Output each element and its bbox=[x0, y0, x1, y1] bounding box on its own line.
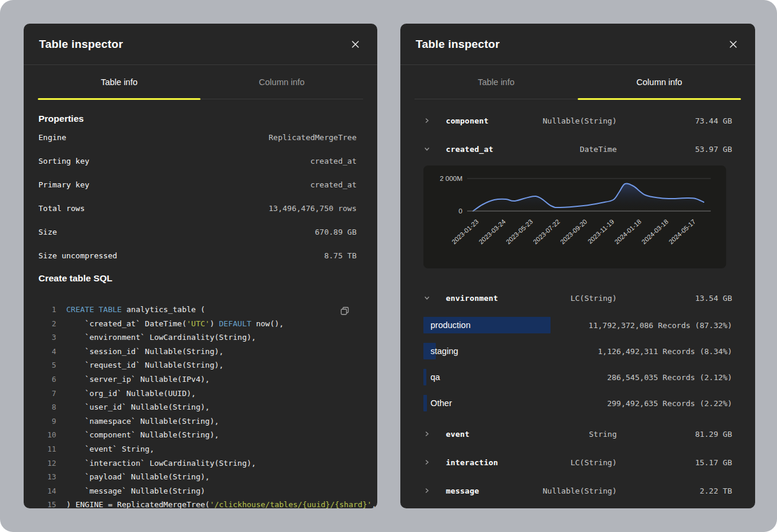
chevron-right-icon bbox=[423, 459, 430, 465]
property-value: created_at bbox=[310, 157, 357, 166]
modal-title: Table inspector bbox=[39, 38, 123, 51]
tab-column-info[interactable]: Column info bbox=[578, 65, 741, 99]
column-type: LC(String) bbox=[528, 458, 617, 467]
area-fill bbox=[473, 183, 704, 211]
line-number: 2 bbox=[38, 317, 56, 331]
value-bar bbox=[423, 395, 427, 411]
property-value: ReplicatedMergeTree bbox=[268, 133, 357, 142]
property-label: Size uncompressed bbox=[38, 251, 117, 260]
property-label: Primary key bbox=[38, 180, 89, 189]
column-size: 53.97 GB bbox=[617, 145, 732, 154]
close-icon bbox=[351, 40, 360, 48]
sql-line-text: `created_at` DateTime('UTC') DEFAULT now… bbox=[66, 317, 284, 331]
tab-label: Column info bbox=[636, 77, 682, 87]
line-number: 12 bbox=[38, 456, 56, 471]
sql-line: 14 `message` Nullable(String) bbox=[38, 484, 357, 498]
sql-line-text: `session_id` Nullable(String), bbox=[66, 345, 224, 359]
column-type: LC(String) bbox=[528, 294, 617, 303]
column-name: component bbox=[446, 116, 528, 125]
column-row[interactable]: interaction LC(String) 15.17 GB bbox=[423, 448, 732, 476]
column-row[interactable]: created_at DateTime 53.97 GB bbox=[423, 135, 732, 163]
sql-line-text: `server_ip` Nullable(IPv4), bbox=[66, 372, 210, 387]
table-inspector-modal-right: Table inspector Table info Column info c… bbox=[400, 24, 755, 508]
line-number: 14 bbox=[38, 484, 56, 498]
sql-line: 8 `user_id` Nullable(String), bbox=[38, 400, 357, 414]
sql-line-text: `component` Nullable(String), bbox=[66, 428, 219, 442]
line-number: 5 bbox=[38, 358, 56, 372]
column-type: DateTime bbox=[528, 145, 617, 154]
column-size: 13.54 GB bbox=[617, 294, 732, 303]
chevron-right-icon bbox=[423, 118, 430, 124]
column-name: created_at bbox=[446, 145, 528, 154]
create-table-sql-heading: Create table SQL bbox=[38, 273, 357, 284]
sql-line-text: ) ENGINE = ReplicatedMergeTree('/clickho… bbox=[66, 498, 376, 508]
column-row[interactable]: component Nullable(String) 73.44 GB bbox=[423, 106, 732, 135]
sql-line-text: `interaction` LowCardinality(String), bbox=[66, 456, 256, 471]
x-tick-label: 2023-01-23 bbox=[450, 218, 480, 246]
sql-line-text: `environment` LowCardinality(String), bbox=[66, 330, 256, 345]
tab-strip: Table info Column info bbox=[415, 65, 741, 99]
line-number: 8 bbox=[38, 400, 56, 414]
column-row[interactable]: event String 81.29 GB bbox=[423, 420, 732, 448]
property-row: Primary key created_at bbox=[38, 173, 357, 196]
created-at-distribution-chart: 2 000M02023-01-232023-03-242023-05-23202… bbox=[423, 166, 726, 268]
property-row: Size 670.89 GB bbox=[38, 220, 357, 244]
tab-table-info[interactable]: Table info bbox=[38, 65, 200, 99]
value-label: production bbox=[430, 320, 471, 330]
value-row: qa 286,545,035 Records (2.12%) bbox=[423, 364, 732, 390]
column-size: 73.44 GB bbox=[617, 116, 732, 125]
property-value: 13,496,476,750 rows bbox=[268, 204, 357, 213]
column-type: Nullable(String) bbox=[528, 116, 617, 125]
line-number: 4 bbox=[38, 345, 56, 359]
tab-label: Table info bbox=[478, 77, 514, 87]
sql-line-text: `payload` Nullable(String), bbox=[66, 470, 210, 484]
property-row: Sorting key created_at bbox=[38, 149, 357, 173]
column-size: 81.29 GB bbox=[617, 430, 732, 439]
copy-button[interactable] bbox=[338, 304, 352, 318]
column-size: 15.17 GB bbox=[617, 458, 732, 467]
column-list: component Nullable(String) 73.44 GB crea… bbox=[400, 99, 755, 505]
sql-line: 6 `server_ip` Nullable(IPv4), bbox=[38, 372, 357, 387]
sql-line: 7 `org_id` Nullable(UUID), bbox=[38, 387, 357, 401]
property-row: Total rows 13,496,476,750 rows bbox=[38, 196, 357, 220]
y-tick-label: 2 000M bbox=[440, 175, 462, 182]
x-tick-label: 2024-01-18 bbox=[613, 218, 643, 246]
x-tick-label: 2023-03-24 bbox=[477, 218, 507, 246]
table-inspector-modal-left: Table inspector Table info Column info P… bbox=[24, 24, 377, 508]
property-label: Size bbox=[38, 228, 57, 236]
close-icon bbox=[729, 40, 737, 48]
column-type: Nullable(String) bbox=[528, 486, 617, 495]
line-number: 9 bbox=[38, 414, 56, 429]
line-number: 6 bbox=[38, 372, 56, 387]
value-row: Other 299,492,635 Records (2.22%) bbox=[423, 390, 732, 416]
modal-header: Table inspector bbox=[400, 24, 755, 65]
column-name: message bbox=[446, 486, 528, 495]
chevron-right-icon bbox=[423, 431, 430, 437]
chevron-down-icon bbox=[423, 295, 430, 301]
column-row[interactable]: environment LC(String) 13.54 GB bbox=[423, 284, 732, 312]
column-row[interactable]: message Nullable(String) 2.22 TB bbox=[423, 476, 732, 505]
properties-list: Engine ReplicatedMergeTree Sorting key c… bbox=[38, 125, 357, 267]
modal-header: Table inspector bbox=[24, 24, 377, 65]
modal-title: Table inspector bbox=[416, 38, 500, 51]
sql-line-text: CREATE TABLE analytics_table ( bbox=[66, 303, 205, 317]
close-button[interactable] bbox=[349, 38, 362, 51]
sql-line-text: `message` Nullable(String) bbox=[66, 484, 205, 498]
property-value: 8.75 TB bbox=[324, 251, 357, 260]
column-size: 2.22 TB bbox=[617, 486, 732, 495]
line-number: 10 bbox=[38, 428, 56, 442]
property-value: 670.89 GB bbox=[315, 228, 357, 236]
x-tick-label: 2024-03-18 bbox=[640, 218, 670, 246]
tab-column-info[interactable]: Column info bbox=[200, 65, 363, 99]
x-tick-label: 2023-07-22 bbox=[532, 218, 561, 246]
close-button[interactable] bbox=[727, 38, 740, 51]
sql-line: 10 `component` Nullable(String), bbox=[38, 428, 357, 442]
line-number: 13 bbox=[38, 470, 56, 484]
sql-line-text: `namespace` Nullable(String), bbox=[66, 414, 219, 429]
sql-code-block: 1 CREATE TABLE analytics_table ( 2 `crea… bbox=[38, 303, 357, 508]
y-tick-label: 0 bbox=[459, 207, 462, 215]
x-tick-label: 2023-09-20 bbox=[559, 218, 588, 246]
chevron-right-icon bbox=[423, 488, 430, 494]
copy-icon bbox=[340, 306, 349, 316]
tab-table-info[interactable]: Table info bbox=[415, 65, 578, 99]
